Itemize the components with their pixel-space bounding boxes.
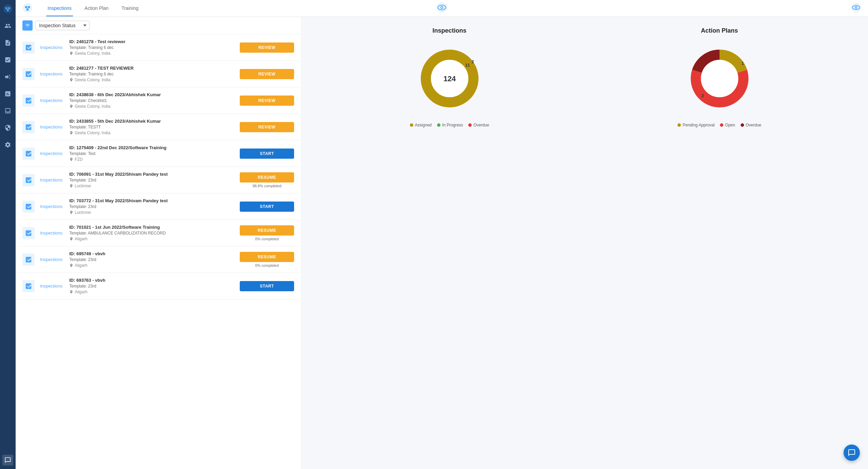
filter-bar: Inspection Status xyxy=(16,17,301,34)
pending-dot xyxy=(677,123,681,127)
document-icon[interactable] xyxy=(2,37,13,48)
item-icon xyxy=(22,121,35,133)
open-dot xyxy=(720,123,723,127)
checklist-icon[interactable] xyxy=(2,54,13,65)
item-location: Lucknow xyxy=(69,210,234,215)
main-area: Inspections Action Plan Training xyxy=(16,0,868,469)
item-type-label: Inspections xyxy=(40,45,64,50)
filter-icon-button[interactable] xyxy=(22,20,33,31)
item-template: Template: Training 6 dec xyxy=(69,72,234,76)
item-action: RESUME 0% completed xyxy=(240,225,294,241)
svg-point-5 xyxy=(25,6,28,8)
topbar-logo-left xyxy=(22,3,33,14)
ap-overdue-dot xyxy=(741,123,744,127)
item-info: ID: 693763 - vbvh Template: 23rd Aligarh xyxy=(69,278,234,294)
users-icon[interactable] xyxy=(2,20,13,31)
item-info: ID: 1275409 - 22nd Dec 2022/Software Tra… xyxy=(69,145,234,162)
item-icon xyxy=(22,147,35,160)
review-button[interactable]: REVIEW xyxy=(240,122,294,132)
legend-ap-overdue-label: Overdue xyxy=(746,123,761,127)
overdue-dot xyxy=(468,123,472,127)
svg-point-7 xyxy=(26,8,29,11)
item-type-label: Inspections xyxy=(40,257,64,262)
legend-in-progress: In Progress xyxy=(437,123,463,127)
item-icon xyxy=(22,68,35,80)
item-info: ID: 2433855 - 5th Dec 2023/Abhishek Kuma… xyxy=(69,119,234,135)
item-action: START xyxy=(240,149,294,159)
tab-action-plan[interactable]: Action Plan xyxy=(83,1,110,16)
review-button[interactable]: REVIEW xyxy=(240,69,294,79)
topbar-right-logo xyxy=(851,2,861,15)
gear-icon[interactable] xyxy=(2,139,13,150)
item-location: Lucknow xyxy=(69,184,234,188)
shield-icon[interactable] xyxy=(2,122,13,133)
table-row: Inspections ID: 701021 - 1st Jun 2022/So… xyxy=(16,220,301,246)
legend-assigned: Assigned xyxy=(410,123,432,127)
table-row: Inspections ID: 2438638 - 6th Dec 2023/A… xyxy=(16,87,301,114)
item-title: ID: 693763 - vbvh xyxy=(69,278,234,283)
item-icon xyxy=(22,201,35,213)
chart-icon[interactable] xyxy=(2,88,13,99)
chat-sidebar-icon[interactable] xyxy=(2,455,13,466)
start-button[interactable]: START xyxy=(240,202,294,212)
item-title: ID: 701021 - 1st Jun 2022/Software Train… xyxy=(69,225,234,230)
item-template: Template: Test xyxy=(69,151,234,156)
resume-button[interactable]: RESUME xyxy=(240,252,294,262)
action-plans-chart-section: Action Plans 1 2 xyxy=(584,27,854,459)
megaphone-icon[interactable] xyxy=(2,71,13,82)
start-button[interactable]: START xyxy=(240,281,294,291)
tab-inspections[interactable]: Inspections xyxy=(46,1,73,16)
table-row: Inspections ID: 693763 - vbvh Template: … xyxy=(16,273,301,299)
item-icon xyxy=(22,94,35,107)
item-info: ID: 2438638 - 6th Dec 2023/Abhishek Kuma… xyxy=(69,92,234,109)
action-plans-legend: Pending Approval Open Overdue xyxy=(677,123,761,127)
item-action: RESUME 0% completed xyxy=(240,252,294,267)
item-location: Geeta Colony, India xyxy=(69,77,234,82)
item-template: Template: Checklist1 xyxy=(69,98,234,103)
item-location: Aligarh xyxy=(69,237,234,241)
legend-pending-label: Pending Approval xyxy=(683,123,715,127)
tab-training[interactable]: Training xyxy=(120,1,140,16)
item-action: START xyxy=(240,202,294,212)
item-type-label: Inspections xyxy=(40,177,64,183)
filter-select[interactable]: Inspection Status xyxy=(35,21,90,30)
table-row: Inspections ID: 706091 - 31st May 2022/S… xyxy=(16,167,301,193)
item-title: ID: 703772 - 31st May 2022/Shivam Pandey… xyxy=(69,198,234,203)
legend-pending: Pending Approval xyxy=(677,123,715,127)
chat-button[interactable] xyxy=(844,445,860,461)
legend-overdue-label: Overdue xyxy=(473,123,489,127)
item-type-label: Inspections xyxy=(40,71,64,76)
item-action: START xyxy=(240,281,294,291)
item-icon xyxy=(22,227,35,239)
table-row: Inspections ID: 2481277 - TEST REVIEWER … xyxy=(16,61,301,87)
item-info: ID: 2481278 - Test reviewer Template: Tr… xyxy=(69,39,234,56)
item-template: Template: 23rd xyxy=(69,204,234,209)
item-type-label: Inspections xyxy=(40,204,64,209)
topbar-center-logo xyxy=(436,2,447,15)
svg-text:2: 2 xyxy=(701,93,704,98)
item-info: ID: 701021 - 1st Jun 2022/Software Train… xyxy=(69,225,234,241)
action-plans-donut: 1 2 xyxy=(686,45,754,112)
item-template: Template: AMBULANCE CARBOLIZATION RECORD xyxy=(69,231,234,236)
assigned-dot xyxy=(410,123,413,127)
item-template: Template: 23rd xyxy=(69,178,234,183)
review-button[interactable]: REVIEW xyxy=(240,42,294,53)
item-type-label: Inspections xyxy=(40,98,64,103)
svg-point-0 xyxy=(3,4,12,13)
resume-button[interactable]: RESUME xyxy=(240,225,294,236)
review-button[interactable]: REVIEW xyxy=(240,95,294,106)
start-button[interactable]: START xyxy=(240,149,294,159)
svg-point-15 xyxy=(856,7,857,8)
table-row: Inspections ID: 2433855 - 5th Dec 2023/A… xyxy=(16,114,301,140)
legend-open-label: Open xyxy=(725,123,735,127)
resume-button[interactable]: RESUME xyxy=(240,172,294,183)
item-action: RESUME 98.8% completed xyxy=(240,172,294,188)
item-title: ID: 706091 - 31st May 2022/Shivam Pandey… xyxy=(69,172,234,177)
item-location: Geeta Colony, India xyxy=(69,131,234,135)
item-location: Aligarh xyxy=(69,263,234,268)
inbox-icon[interactable] xyxy=(2,105,13,116)
item-action: REVIEW xyxy=(240,69,294,79)
item-template: Template: TESTT xyxy=(69,125,234,129)
item-info: ID: 695749 - vbvh Template: 23rd Aligarh xyxy=(69,251,234,268)
inspections-legend: Assigned In Progress Overdue xyxy=(410,123,489,127)
